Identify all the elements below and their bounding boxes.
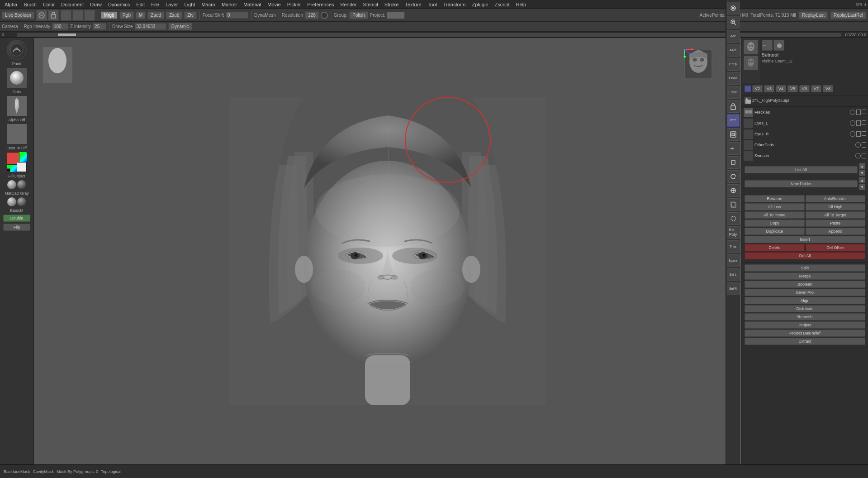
eye-icon-freckles[interactable] (850, 110, 855, 115)
m-btn[interactable]: M (136, 11, 146, 19)
menu-stencil[interactable]: Stencil (360, 1, 381, 8)
lock-btn[interactable] (727, 100, 740, 113)
del-other-btn[interactable]: Del Other (806, 244, 866, 251)
menu-picker[interactable]: Picker (285, 1, 304, 8)
groups-polish-btn[interactable]: Polish (349, 11, 368, 19)
space-btn[interactable]: Space (727, 254, 740, 267)
subtool-freckles[interactable]: Freckles (742, 107, 868, 118)
menu-marker[interactable]: Marker (219, 1, 240, 8)
rotate-btn[interactable] (84, 10, 95, 21)
duplicate-btn[interactable]: Duplicate (745, 228, 805, 235)
draw-size-input[interactable] (135, 23, 166, 30)
persp-btn[interactable]: Perp (727, 58, 740, 71)
eye-icon-other-parts[interactable] (855, 142, 861, 148)
rename-btn[interactable]: Rename (745, 195, 805, 202)
merge-btn[interactable]: Merge (745, 272, 865, 280)
head-preset1[interactable] (744, 40, 758, 54)
resolution-value[interactable]: 128 (305, 11, 319, 19)
matcap-sphere2[interactable] (17, 180, 26, 189)
menu-layer[interactable]: Layer (163, 1, 181, 8)
lock-icon-sweater[interactable] (862, 153, 866, 158)
all-high-btn[interactable]: All High (806, 203, 866, 210)
alpha-preview[interactable] (7, 96, 27, 116)
menu-movie[interactable]: Movie (265, 1, 283, 8)
rgb-btn[interactable]: Rgb (119, 11, 134, 19)
menu-brush[interactable]: Brush (21, 1, 39, 8)
matcap-sphere3[interactable] (7, 197, 16, 206)
move3d-btn[interactable]: ✛ (727, 142, 740, 155)
lock-icon-eyes-l[interactable] (856, 120, 861, 126)
l-sym-btn[interactable]: L Sym (727, 86, 740, 99)
topological-label[interactable]: Topological (101, 469, 121, 474)
floor-btn[interactable]: Floor (727, 72, 740, 85)
points-btn[interactable]: Re...Poly (727, 226, 740, 239)
menu-zscript[interactable]: Zscript (492, 1, 512, 8)
rgb-intensity-input[interactable] (52, 23, 68, 30)
brush-preset-freckle[interactable] (773, 40, 784, 51)
menu-color[interactable]: Color (40, 1, 57, 8)
v4-btn[interactable]: V4 (776, 85, 786, 92)
brush-preset-sweep[interactable]: ~ (762, 40, 773, 51)
project-bas-relief-btn[interactable]: Project BasRelief (745, 330, 865, 337)
boolean-btn[interactable]: Boolean (745, 281, 865, 288)
distribute-btn[interactable]: Distribute (745, 305, 865, 312)
color-swap-btn[interactable] (7, 168, 10, 172)
all-to-target-btn[interactable]: All To Target (806, 211, 866, 219)
auto-reorder-btn[interactable]: AutoReorder (806, 195, 866, 202)
bevel-pro-btn[interactable]: Bevel Pro (745, 289, 865, 296)
back-face-mask-label[interactable]: BackfaceMask (4, 469, 30, 474)
subtool-other-parts[interactable]: OtherParts (742, 139, 868, 150)
append-btn[interactable]: Append (806, 228, 866, 235)
delete-btn[interactable]: Delete (745, 244, 805, 251)
z-btn[interactable]: Ziv (184, 11, 196, 19)
live-boolean-btn[interactable]: Live Boolean (2, 11, 34, 19)
all-to-home-btn[interactable]: All To Home (745, 211, 805, 219)
select-l-btn[interactable]: Sel L (727, 268, 740, 281)
menu-tool[interactable]: Tool (425, 1, 440, 8)
menu-material[interactable]: Material (241, 1, 264, 8)
color-picker[interactable] (7, 152, 27, 172)
move-btn[interactable] (61, 10, 71, 21)
brush-preview[interactable] (7, 68, 27, 88)
sculpt-mode-btn[interactable] (48, 10, 59, 21)
lock-icon-freckles[interactable] (856, 110, 861, 115)
insert-btn[interactable]: Insert (745, 236, 865, 243)
v6-btn[interactable]: V6 (799, 85, 810, 92)
flip-button[interactable]: Flip (3, 224, 30, 231)
menu-transform[interactable]: Transform (441, 1, 469, 8)
paste-btn[interactable]: Paste (806, 220, 866, 227)
del-all-btn[interactable]: Del All (745, 252, 865, 259)
split-btn[interactable]: Split (745, 264, 865, 272)
hide-icon-freckles[interactable] (862, 110, 866, 114)
menu-light[interactable]: Light (182, 1, 198, 8)
menu-texture[interactable]: Texture (402, 1, 424, 8)
bg-color[interactable] (17, 162, 27, 172)
menu-zplugin[interactable]: Zplugin (469, 1, 491, 8)
subtool-eyes-r[interactable]: Eyes_R (742, 129, 868, 139)
v8-btn[interactable]: V8 (823, 85, 833, 92)
lock-icon-other-parts[interactable] (862, 142, 866, 148)
new-fold-up-btn[interactable]: ▲ (859, 177, 865, 183)
scale-btn[interactable] (72, 10, 83, 21)
fold-up-btn[interactable]: ▲ (859, 163, 865, 169)
eye-icon-eyes-r[interactable] (850, 131, 855, 137)
rotate3d-btn[interactable] (727, 170, 740, 183)
menu-edit[interactable]: Edit (133, 1, 147, 8)
v7-btn[interactable]: V7 (811, 85, 821, 92)
hide-icon-eyes-l[interactable] (862, 120, 866, 125)
version-checkbox[interactable] (745, 86, 751, 92)
aa-half-btn[interactable]: AA½ (727, 44, 740, 57)
menu-help[interactable]: Help (513, 1, 529, 8)
v2-btn[interactable]: V2 (752, 85, 763, 92)
menu-draw[interactable]: Draw (87, 1, 104, 8)
project-btn[interactable]: Project (745, 321, 865, 329)
ghost-btn[interactable] (727, 212, 740, 225)
z-intensity-input[interactable] (93, 23, 106, 30)
dynamic-btn[interactable]: Dynamic (168, 23, 192, 30)
remesh-btn[interactable]: Remesh (745, 313, 865, 320)
replay-last-rel-btn[interactable]: ReplayLastRel (830, 11, 866, 19)
all-low-btn[interactable]: All Low (745, 203, 805, 210)
menu-preferences[interactable]: Preferences (304, 1, 337, 8)
eye-icon-sweater[interactable] (855, 153, 861, 158)
select-r-btn[interactable]: Sel R (727, 282, 740, 295)
